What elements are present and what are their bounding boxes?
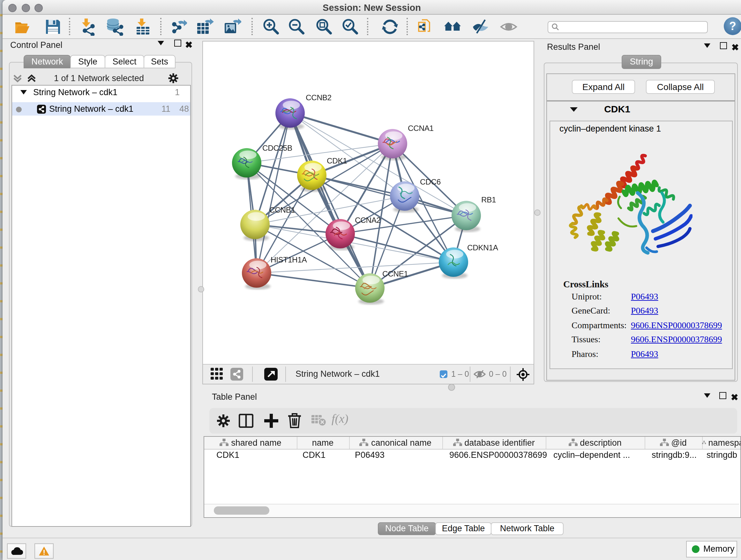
svg-text:HIST1H1A: HIST1H1A (271, 255, 307, 264)
svg-text:CDC6: CDC6 (420, 177, 441, 186)
svg-text:CCNA1: CCNA1 (408, 124, 434, 132)
svg-text:CCNA2: CCNA2 (355, 215, 381, 224)
svg-text:CCNB2: CCNB2 (306, 93, 332, 102)
svg-text:CCNE1: CCNE1 (382, 269, 408, 278)
svg-text:RB1: RB1 (481, 195, 496, 204)
svg-text:CDC25B: CDC25B (262, 143, 292, 152)
svg-text:CDK1: CDK1 (327, 156, 347, 165)
svg-text:CCNB1: CCNB1 (269, 205, 295, 214)
svg-text:CDKN1A: CDKN1A (467, 243, 498, 252)
